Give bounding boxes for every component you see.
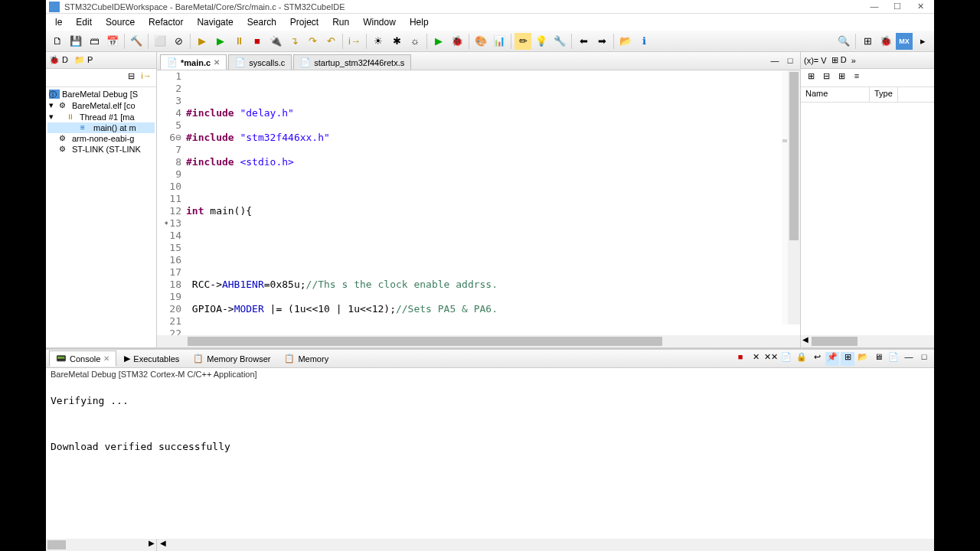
expand-icon[interactable]: ⊞ <box>804 71 818 85</box>
expand-all-icon[interactable]: ⊞ <box>835 71 848 85</box>
open-console-icon[interactable]: 📂 <box>856 352 870 366</box>
minimize-button[interactable]: — <box>864 2 885 12</box>
maximize-button[interactable]: ☐ <box>887 2 908 12</box>
tree-item-elf[interactable]: ▾⚙BareMetal.elf [co <box>47 99 155 111</box>
menu-source[interactable]: Source <box>100 15 141 29</box>
perspective-icon[interactable]: ⊞ <box>859 33 876 50</box>
undo-icon[interactable]: ⬜ <box>152 33 168 50</box>
clear-icon[interactable]: 📄 <box>779 352 793 366</box>
build-icon[interactable]: 🔨 <box>128 33 145 50</box>
highlight-icon[interactable]: ✏ <box>514 33 531 50</box>
disconnect-icon[interactable]: 🔌 <box>267 33 284 50</box>
menu-window[interactable]: Window <box>357 15 402 29</box>
show-console-icon[interactable]: ⊞ <box>841 352 854 366</box>
variables-icon[interactable]: ☀ <box>370 33 387 50</box>
step-over-icon[interactable]: ↷ <box>304 33 321 50</box>
menu-refactor[interactable]: Refactor <box>142 15 189 29</box>
tree-item-main[interactable]: ≡main() at m <box>47 122 155 133</box>
console-output[interactable]: Verifying ... Download verified successf… <box>46 380 934 539</box>
word-wrap-icon[interactable]: ↩ <box>810 352 824 366</box>
pin-icon[interactable]: 📌 <box>825 352 839 366</box>
save-all-icon[interactable]: 🗃 <box>86 33 103 50</box>
step-return-icon[interactable]: ↶ <box>322 33 339 50</box>
perspective-more-icon[interactable]: ▸ <box>914 33 931 50</box>
display-icon[interactable]: 🖥 <box>871 352 885 366</box>
editor-vertical-scrollbar[interactable] <box>788 70 800 324</box>
menu-search[interactable]: Search <box>241 15 283 29</box>
menu-file[interactable]: le <box>49 15 68 29</box>
new-console-icon[interactable]: 📄 <box>887 352 900 366</box>
variables-scrollbar[interactable]: ◀ <box>801 335 934 347</box>
col-type[interactable]: Type <box>870 87 898 102</box>
tree-item-launch[interactable]: ⓘBareMetal Debug [S <box>47 89 155 99</box>
collapse-all-icon[interactable]: ⊟ <box>819 71 833 85</box>
variables-body[interactable] <box>801 103 934 335</box>
tab-main-c[interactable]: 📄*main.c✕ <box>160 54 227 70</box>
mx-perspective-icon[interactable]: MX <box>896 33 913 50</box>
tab-more-icon[interactable]: » <box>851 56 856 65</box>
tool-icon[interactable]: 🔧 <box>551 33 568 50</box>
overview-ruler[interactable] <box>782 70 788 324</box>
code-content[interactable]: #include "delay.h" #include "stm32f446xx… <box>186 70 800 335</box>
save-icon[interactable]: 💾 <box>67 33 84 50</box>
debug-tab-d[interactable]: 🐞 D <box>49 55 68 65</box>
scroll-lock-icon[interactable]: 🔒 <box>795 352 808 366</box>
menu-navigate[interactable]: Navigate <box>191 15 239 29</box>
run-icon[interactable]: ▶ <box>430 33 447 50</box>
menu-icon[interactable]: ≡ <box>850 71 864 85</box>
instruction-step-icon[interactable]: i→ <box>346 33 363 50</box>
sun-icon[interactable]: ☼ <box>407 33 423 50</box>
menu-edit[interactable]: Edit <box>70 15 98 29</box>
close-icon[interactable]: ✕ <box>103 354 109 363</box>
tree-item-stlink[interactable]: ⚙ST-LINK (ST-LINK <box>47 144 155 155</box>
bottom-scrollbar[interactable]: ▶ ◀ <box>46 539 934 551</box>
col-name[interactable]: Name <box>801 87 870 102</box>
debug-perspective-icon[interactable]: 🐞 <box>877 33 894 50</box>
menu-run[interactable]: Run <box>326 15 355 29</box>
tab-console[interactable]: 📟Console✕ <box>49 350 116 367</box>
remove-all-icon[interactable]: ✕✕ <box>764 352 778 366</box>
coverage-icon[interactable]: 📊 <box>491 33 508 50</box>
editor-horizontal-scrollbar[interactable] <box>157 335 800 347</box>
profile-icon[interactable]: 🎨 <box>472 33 489 50</box>
tab-memory[interactable]: 📋Memory <box>278 351 335 366</box>
tab-startup-s[interactable]: 📄startup_stm32f446retx.s <box>293 54 411 70</box>
pause-icon[interactable]: ⏸ <box>230 33 247 50</box>
collapse-icon[interactable]: ⊟ <box>124 71 138 85</box>
generate-icon[interactable]: 📅 <box>104 33 121 50</box>
remove-launch-icon[interactable]: ✕ <box>749 352 763 366</box>
bulb-icon[interactable]: 💡 <box>533 33 550 50</box>
close-button[interactable]: ✕ <box>910 2 931 12</box>
step-into-icon[interactable]: ↴ <box>286 33 302 50</box>
tab-variables[interactable]: (x)= V <box>804 56 827 65</box>
minimize-editor-icon[interactable]: — <box>768 56 782 70</box>
terminate-icon[interactable]: ■ <box>733 352 747 366</box>
skip-icon[interactable]: ⊘ <box>170 33 187 50</box>
tab-memory-browser[interactable]: 📋Memory Browser <box>187 351 276 366</box>
code-editor[interactable]: 123456⊖789101112➧13141516171819202122 #i… <box>157 70 800 335</box>
step-mode-icon[interactable]: i→ <box>139 71 153 85</box>
min-icon[interactable]: — <box>902 352 916 366</box>
resume-icon[interactable]: ▶ <box>194 33 211 50</box>
stop-icon[interactable]: ■ <box>249 33 266 50</box>
debug-tab-p[interactable]: 📁 P <box>74 55 93 65</box>
tab-syscalls-c[interactable]: 📄syscalls.c <box>228 54 292 70</box>
tab-breakpoints[interactable]: ⊞ D <box>831 55 847 65</box>
menu-help[interactable]: Help <box>403 15 435 29</box>
menu-project[interactable]: Project <box>284 15 325 29</box>
tab-executables[interactable]: ▶Executables <box>118 351 185 366</box>
debug-tree[interactable]: ⓘBareMetal Debug [S ▾⚙BareMetal.elf [co … <box>46 87 156 347</box>
forward-icon[interactable]: ➡ <box>593 33 610 50</box>
tree-item-gdb[interactable]: ⚙arm-none-eabi-g <box>47 133 155 144</box>
max-icon[interactable]: □ <box>917 352 931 366</box>
open-icon[interactable]: 📂 <box>617 33 634 50</box>
info-icon[interactable]: ℹ <box>635 33 652 50</box>
maximize-editor-icon[interactable]: □ <box>783 56 797 70</box>
close-icon[interactable]: ✕ <box>214 58 220 67</box>
search-icon[interactable]: 🔍 <box>835 33 852 50</box>
tree-item-thread[interactable]: ▾⏸Thread #1 [ma <box>47 111 155 122</box>
debug-icon[interactable]: 🐞 <box>449 33 466 50</box>
back-icon[interactable]: ⬅ <box>575 33 592 50</box>
asterisk-icon[interactable]: ✱ <box>388 33 405 50</box>
play-icon[interactable]: ▶ <box>212 33 229 50</box>
